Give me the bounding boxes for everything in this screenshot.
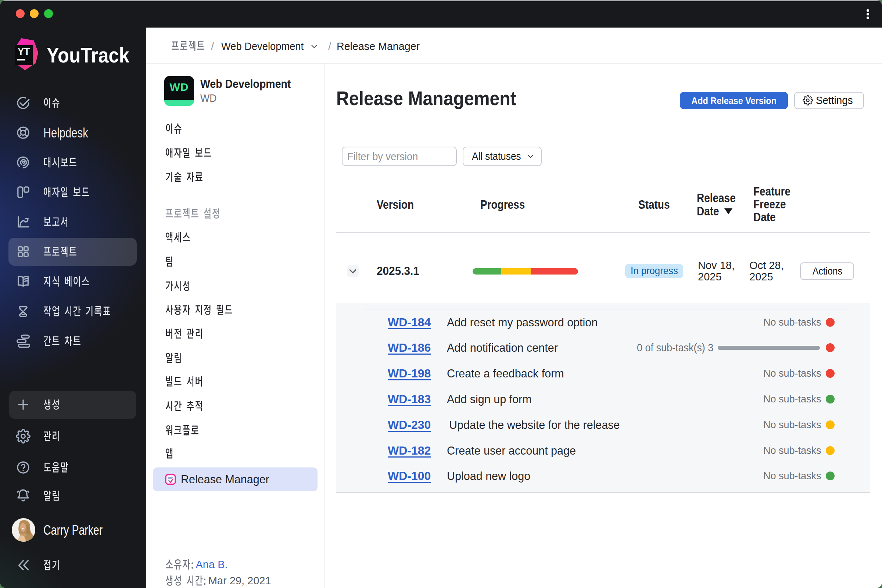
svg-text:YT: YT <box>18 46 30 57</box>
